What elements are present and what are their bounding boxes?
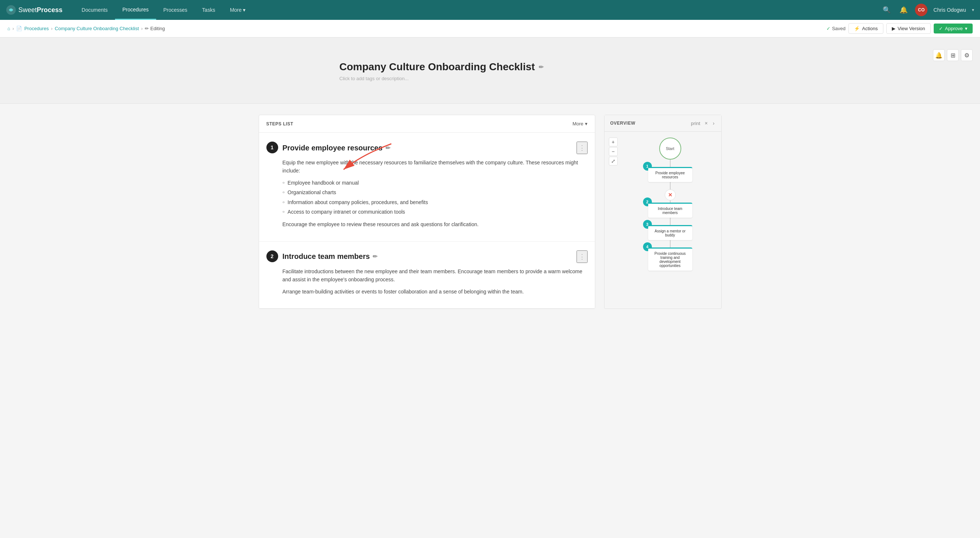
- bell-icon-btn[interactable]: 🔔: [933, 49, 945, 61]
- saved-label: Saved: [832, 26, 845, 31]
- steps-title: STEPS LIST: [266, 121, 294, 126]
- top-navigation: Sweet Process Documents Procedures Proce…: [0, 0, 980, 20]
- step-2-edit-icon[interactable]: ✏: [372, 253, 377, 260]
- step-1-more-button[interactable]: ⋮: [576, 142, 587, 154]
- zoom-in-btn[interactable]: +: [609, 137, 618, 146]
- flow-step-3-label: Assign a mentor or buddy: [655, 229, 686, 237]
- view-version-icon: ▶: [892, 26, 896, 31]
- settings-icon-btn[interactable]: ⚙: [961, 49, 973, 61]
- breadcrumb-home[interactable]: ⌂: [7, 26, 10, 31]
- step-1-body: Equip the new employee with the necessar…: [266, 158, 587, 229]
- approve-check-icon: ✓: [939, 26, 943, 31]
- step-1-bullets: Employee handbook or manual Organization…: [283, 179, 587, 216]
- overview-expand-btn[interactable]: ›: [712, 120, 716, 127]
- user-name[interactable]: Chris Odogwu: [933, 7, 966, 13]
- flow-diagram: + − ⤢ Start 1 Provide employee resources: [605, 132, 721, 276]
- list-item: Access to company intranet or communicat…: [283, 208, 587, 216]
- step-1-number: 1: [266, 142, 278, 153]
- actions-button[interactable]: ⚡ Actions: [848, 23, 883, 34]
- breadcrumb-sep-1: ›: [13, 26, 14, 31]
- actions-label: Actions: [862, 26, 878, 31]
- breadcrumb-sep-3: ›: [141, 26, 143, 31]
- document-subtitle[interactable]: Click to add tags or description...: [339, 76, 641, 81]
- fullscreen-btn[interactable]: ⤢: [609, 156, 618, 166]
- nav-more[interactable]: More ▾: [223, 0, 253, 20]
- breadcrumb-sep-2: ›: [51, 26, 52, 31]
- flow-start-label: Start: [666, 146, 674, 151]
- steps-more-btn[interactable]: More ▾: [573, 121, 587, 126]
- step-2-intro: Facilitate introductions between the new…: [283, 267, 587, 284]
- nav-links: Documents Procedures Processes Tasks Mor…: [74, 0, 881, 20]
- document-title-text: Company Culture Onboarding Checklist: [339, 61, 535, 73]
- zoom-controls: + − ⤢: [609, 137, 618, 166]
- flow-step-4-node[interactable]: Provide continuous training and developm…: [648, 247, 692, 271]
- step-1-intro: Equip the new employee with the necessar…: [283, 158, 587, 175]
- step-1-title-text: Provide employee resources: [283, 144, 382, 152]
- flow-step-1-wrapper: 1 Provide employee resources: [641, 167, 700, 182]
- step-1-edit-icon[interactable]: ✏: [385, 145, 390, 152]
- title-inner: Company Culture Onboarding Checklist ✏ C…: [325, 61, 655, 81]
- grid-icon-btn[interactable]: ⊞: [947, 49, 959, 61]
- overview-actions: print × ›: [691, 120, 715, 127]
- saved-check-icon: ✓: [826, 26, 830, 31]
- document-title-edit-icon[interactable]: ✏: [539, 64, 544, 70]
- flow-step-3-inner: 3 Assign a mentor or buddy: [648, 225, 692, 240]
- flow-step-4-wrapper: 4 Provide continuous training and develo…: [641, 247, 700, 271]
- step-1-title-row: Provide employee resources ✏ ⋮: [283, 142, 587, 154]
- flow-error-node[interactable]: ✕: [665, 189, 676, 200]
- view-version-label: View Version: [898, 26, 925, 31]
- flow-step-2-label: Introduce team members: [658, 207, 682, 215]
- step-1-outro: Encourage the employee to review these r…: [283, 220, 587, 228]
- step-2-more-button[interactable]: ⋮: [576, 251, 587, 263]
- logo-sweet: Sweet: [18, 6, 37, 14]
- nav-procedures[interactable]: Procedures: [115, 0, 156, 20]
- view-version-button[interactable]: ▶ View Version: [886, 23, 931, 34]
- flow-step-2-inner: 2 Introduce team members: [648, 203, 692, 218]
- approve-label: Approve: [945, 26, 963, 31]
- flow-step-3-node[interactable]: Assign a mentor or buddy: [648, 225, 692, 240]
- nav-processes[interactable]: Processes: [156, 0, 195, 20]
- overview-header: OVERVIEW print × ›: [605, 115, 721, 132]
- zoom-out-btn[interactable]: −: [609, 147, 618, 156]
- flow-step-4-label: Provide continuous training and developm…: [654, 252, 686, 268]
- flow-error-area: ✕: [665, 189, 676, 200]
- approve-button[interactable]: ✓ Approve ▾: [934, 24, 973, 34]
- flow-step-1-node[interactable]: Provide employee resources: [648, 167, 692, 182]
- flow-start: Start 1 Provide employee resources ✕: [641, 137, 700, 271]
- notifications-button[interactable]: 🔔: [898, 5, 909, 16]
- user-dropdown-icon[interactable]: ▾: [972, 7, 974, 13]
- flow-step-4-inner: 4 Provide continuous training and develo…: [648, 247, 692, 271]
- lightning-icon: ⚡: [854, 26, 860, 31]
- nav-documents[interactable]: Documents: [74, 0, 115, 20]
- breadcrumb-procedures[interactable]: Procedures: [24, 26, 48, 31]
- saved-indicator: ✓ Saved: [826, 26, 845, 31]
- title-area: 🔔 ⊞ ⚙ Company Culture Onboarding Checkli…: [0, 38, 980, 104]
- steps-more-label: More: [573, 121, 584, 126]
- nav-right: 🔍 🔔 CO Chris Odogwu ▾: [881, 4, 974, 16]
- steps-panel: STEPS LIST More ▾ 1 Provide employee res…: [259, 115, 595, 309]
- flow-start-node: Start: [659, 137, 681, 160]
- flow-connector-1: [670, 182, 671, 189]
- flow-step-1-inner: 1 Provide employee resources: [648, 167, 692, 182]
- nav-tasks[interactable]: Tasks: [195, 0, 223, 20]
- overview-title: OVERVIEW: [610, 121, 635, 126]
- flow-step-3-wrapper: 3 Assign a mentor or buddy: [641, 225, 700, 240]
- step-item-1: 1 Provide employee resources ✏ ⋮ Equip t…: [259, 133, 595, 242]
- flow-step-2-node[interactable]: Introduce team members: [648, 203, 692, 218]
- breadcrumb-document[interactable]: Company Culture Onboarding Checklist: [55, 26, 139, 31]
- logo[interactable]: Sweet Process: [6, 5, 62, 15]
- breadcrumb-actions: ✓ Saved ⚡ Actions ▶ View Version ✓ Appro…: [826, 23, 973, 34]
- approve-dropdown-icon: ▾: [965, 26, 967, 31]
- overview-close-btn[interactable]: ×: [704, 120, 708, 127]
- avatar[interactable]: CO: [915, 4, 928, 16]
- list-item: Information about company policies, proc…: [283, 198, 587, 206]
- step-2-body: Facilitate introductions between the new…: [266, 267, 587, 296]
- search-button[interactable]: 🔍: [881, 5, 892, 16]
- flow-connector-3: [670, 240, 671, 247]
- step-2-title-row: Introduce team members ✏ ⋮: [283, 251, 587, 263]
- logo-process: Process: [37, 6, 62, 14]
- overview-print[interactable]: print: [691, 121, 700, 126]
- document-title: Company Culture Onboarding Checklist ✏: [339, 61, 641, 73]
- flow-connector-0: [670, 160, 671, 167]
- doc-toolbar: 🔔 ⊞ ⚙: [933, 49, 973, 61]
